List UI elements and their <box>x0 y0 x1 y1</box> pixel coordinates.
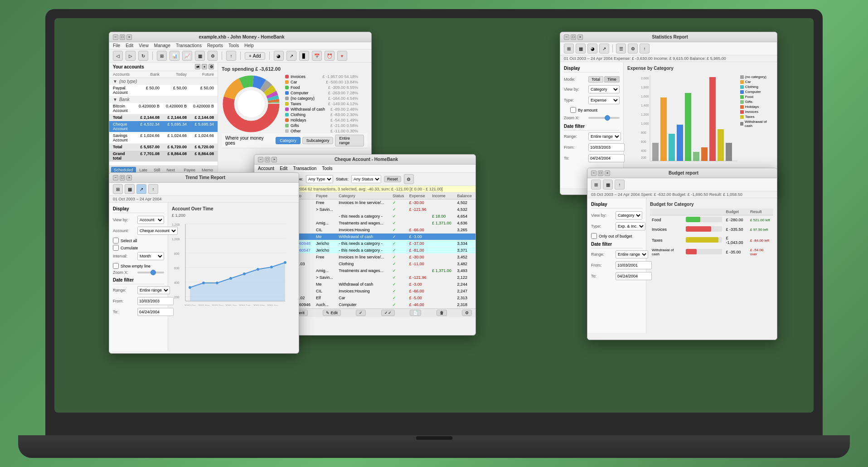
minimize-button[interactable]: − <box>113 34 118 40</box>
subcategory-tab[interactable]: Subcategory <box>302 137 334 144</box>
budget-minimize[interactable]: − <box>591 170 596 176</box>
stats-export-btn[interactable]: ↑ <box>640 44 650 54</box>
add-button[interactable]: + Add <box>245 52 265 60</box>
trend-zoom-track[interactable] <box>137 272 164 273</box>
to-input[interactable] <box>588 154 625 162</box>
accounts-add-button[interactable]: + <box>202 64 207 69</box>
maximize-button[interactable]: □ <box>120 34 125 40</box>
cheque-check-button[interactable]: ✓ <box>356 310 366 316</box>
from-input[interactable] <box>588 143 625 151</box>
budget-maximize[interactable]: □ <box>598 170 603 176</box>
scheduled-button[interactable]: ⏰ <box>325 51 335 61</box>
budget-view-select[interactable]: Category <box>616 211 642 219</box>
cheque-minimize[interactable]: − <box>258 157 263 162</box>
cheque-menu-account[interactable]: Account <box>258 166 274 171</box>
savings-account-row[interactable]: Savings Account £ 1,024.66 £ 1,024.66 £ … <box>109 132 218 144</box>
select-all-checkbox[interactable] <box>113 238 119 243</box>
cheque-menu-transaction[interactable]: Transaction <box>293 166 316 171</box>
main-window-controls[interactable]: − □ × <box>113 34 132 40</box>
line-chart-button[interactable]: ↗ <box>286 51 296 61</box>
trend-controls[interactable]: − □ × <box>113 175 132 180</box>
cheque-reset-button[interactable]: Reset <box>384 176 401 182</box>
stats-table-btn[interactable]: ⊞ <box>564 44 574 54</box>
back-button[interactable]: ◁ <box>113 51 123 61</box>
stats-close[interactable]: × <box>577 34 583 40</box>
cheque-copy-button[interactable]: 📄 <box>410 310 421 316</box>
stats-bar-btn[interactable]: ▦ <box>576 44 586 54</box>
cheque-controls[interactable]: − □ × <box>258 157 277 162</box>
by-amount-checkbox[interactable] <box>570 107 576 113</box>
stats-line-btn[interactable]: ↗ <box>599 44 609 54</box>
stats-button[interactable]: 📊 <box>170 51 179 61</box>
cheque-close[interactable]: × <box>272 157 277 162</box>
trend-table-btn[interactable]: ⊞ <box>113 184 123 194</box>
category-tab[interactable]: Category <box>276 137 301 144</box>
only-out-checkbox[interactable] <box>591 233 597 239</box>
accounts-settings-button[interactable]: ⚙ <box>209 64 214 69</box>
cheque-edit-button[interactable]: ✎ Edit <box>323 310 341 316</box>
cheque-double-check-button[interactable]: ✓✓ <box>381 310 395 316</box>
menu-tools[interactable]: Tools <box>228 43 239 48</box>
stats-pie-btn[interactable]: ◕ <box>587 44 597 54</box>
zoom-slider-thumb[interactable] <box>605 115 610 121</box>
stats-window-controls[interactable]: − □ × <box>564 34 583 40</box>
show-empty-checkbox[interactable] <box>113 263 119 269</box>
cheque-status-select[interactable]: Any Status <box>351 175 381 183</box>
cheque-settings-button[interactable]: ⚙ <box>462 310 472 316</box>
cheque-maximize[interactable]: □ <box>265 157 270 162</box>
menu-transactions[interactable]: Transactions <box>176 43 202 48</box>
close-button[interactable]: × <box>126 34 132 40</box>
trend-maximize[interactable]: □ <box>120 175 125 180</box>
settings-button[interactable]: ⚙ <box>208 51 218 61</box>
menu-reports[interactable]: Reports <box>207 43 223 48</box>
forward-button[interactable]: ▷ <box>126 51 136 61</box>
cheque-menu-tools[interactable]: Tools <box>322 166 332 171</box>
cumulate-checkbox[interactable] <box>113 245 119 251</box>
accounts-button[interactable]: ⊞ <box>157 51 167 61</box>
accounts-filter-button[interactable]: ⇄ <box>195 64 200 69</box>
stats-list-btn[interactable]: ☰ <box>616 44 626 54</box>
cheque-account-row[interactable]: Cheque Account £ 4,532.34 £ 5,695.34 £ 5… <box>109 121 218 132</box>
menu-help[interactable]: Help <box>244 43 254 48</box>
trend-line-btn[interactable]: ↗ <box>136 184 146 194</box>
total-button[interactable]: Total <box>588 76 603 83</box>
budget-table-btn[interactable]: ⊞ <box>591 180 601 190</box>
type-select[interactable]: Expense <box>588 96 620 104</box>
pie-chart-button[interactable]: ◕ <box>274 51 284 61</box>
view-select[interactable]: Category <box>588 85 620 93</box>
trend-view-select[interactable]: Account <box>137 216 164 224</box>
trend-bar-btn[interactable]: ▦ <box>125 184 135 194</box>
budget-controls[interactable]: − □ × <box>591 170 610 176</box>
trend-close[interactable]: × <box>126 175 132 180</box>
menu-manage[interactable]: Manage <box>154 43 170 48</box>
stats-filter-btn[interactable]: ⚙ <box>628 44 638 54</box>
cheque-type-select[interactable]: Any Type <box>306 175 333 183</box>
budget-range-select[interactable]: Entire range <box>616 250 648 258</box>
budget-type-select[interactable]: Exp. & Inc. <box>616 222 645 230</box>
calendar-button[interactable]: 📅 <box>312 51 322 61</box>
zoom-slider-track[interactable] <box>588 117 620 119</box>
time-button[interactable]: Time <box>604 76 620 83</box>
cheque-delete-button[interactable]: 🗑 <box>436 310 447 316</box>
import-button[interactable]: ↑ <box>226 51 236 61</box>
menu-file[interactable]: File <box>113 43 120 48</box>
refresh-button[interactable]: ↻ <box>138 51 148 61</box>
budget-bar-btn[interactable]: ▦ <box>603 180 613 190</box>
cheque-filter-btn[interactable]: ⚙ <box>404 174 414 184</box>
trend-zoom-thumb[interactable] <box>150 270 156 275</box>
stats-minimize[interactable]: − <box>564 34 569 40</box>
stats-maximize[interactable]: □ <box>571 34 576 40</box>
menu-edit[interactable]: Edit <box>126 43 133 48</box>
budget-export-btn[interactable]: ↑ <box>615 180 625 190</box>
bar-button[interactable]: ▦ <box>195 51 205 61</box>
trend-minimize[interactable]: − <box>113 175 118 180</box>
interval-select[interactable]: Month <box>137 252 164 260</box>
trend-range-select[interactable]: Entire range <box>137 286 170 294</box>
heart-button[interactable]: ♥ <box>337 51 347 61</box>
menu-view[interactable]: View <box>139 43 149 48</box>
range-select[interactable]: Entire range <box>588 132 621 141</box>
paypal-account-row[interactable]: Paypal Account £ 50,00 £ 50,00 £ 50,00 <box>109 85 218 96</box>
bar-chart-button[interactable]: ▊ <box>299 51 309 61</box>
bitcoin-account-row[interactable]: Bitcoin Account 0.420000 B 0.420000 B 0.… <box>109 103 218 114</box>
chart-button[interactable]: 📈 <box>182 51 192 61</box>
